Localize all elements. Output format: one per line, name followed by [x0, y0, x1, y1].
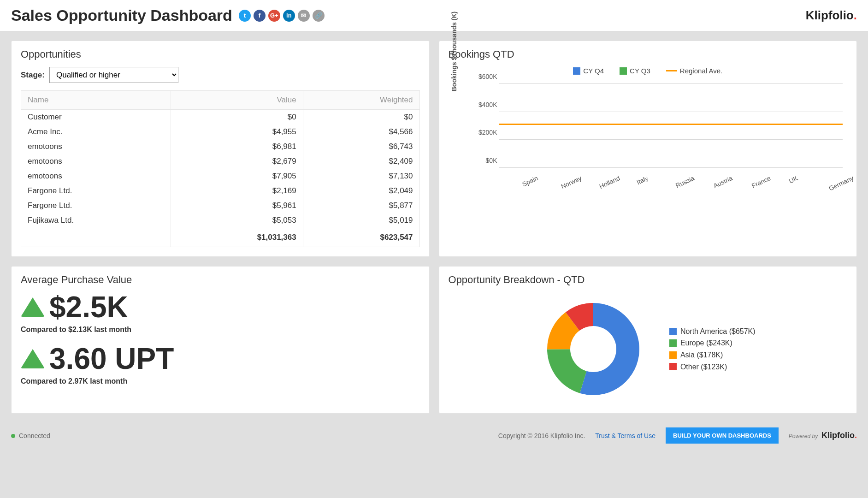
cell-value: $2,169: [171, 184, 303, 198]
table-row[interactable]: Acme Inc.$4,955$4,566: [21, 125, 420, 139]
col-value[interactable]: Value: [171, 91, 303, 110]
copyright: Copyright © 2016 Klipfolio Inc.: [498, 432, 585, 439]
twitter-icon[interactable]: t: [239, 10, 251, 22]
legend-label: Europe ($243K): [680, 337, 732, 349]
y-tick: $0K: [474, 157, 497, 164]
cell-weighted: $4,566: [303, 125, 419, 139]
donut-legend-item[interactable]: North America ($657K): [669, 326, 756, 338]
cell-weighted: $6,743: [303, 139, 419, 154]
legend-py: CY Q3: [620, 67, 650, 75]
gridline: [499, 83, 843, 84]
stage-label: Stage:: [21, 71, 45, 80]
connection-dot-icon: [11, 434, 15, 438]
x-label: Germany: [827, 174, 855, 192]
x-label: UK: [788, 174, 799, 185]
breakdown-card: Opportunity Breakdown - QTD North Americ…: [439, 266, 857, 414]
terms-link[interactable]: Trust & Terms of Use: [595, 432, 655, 439]
table-row[interactable]: Fujikawa Ltd.$5,053$5,019: [21, 213, 420, 228]
table-row[interactable]: Fargone Ltd.$5,961$5,877: [21, 198, 420, 213]
breakdown-title: Opportunity Breakdown - QTD: [449, 274, 848, 286]
cell-value: $5,053: [171, 213, 303, 228]
y-axis-title: Bookings $Thousands (K): [450, 12, 458, 91]
cell-value: $7,905: [171, 169, 303, 184]
x-label: France: [750, 174, 772, 190]
donut-legend-item[interactable]: Europe ($243K): [669, 337, 756, 349]
bookings-chart: Bookings $Thousands (K) $0K$200K$400K$60…: [474, 78, 848, 184]
facebook-icon[interactable]: f: [254, 10, 266, 22]
apv-kpi2-value: 3.60 UPT: [49, 344, 174, 374]
trend-up-icon: [21, 297, 45, 317]
y-tick: $200K: [474, 129, 497, 136]
bookings-title: Bookings QTD: [449, 48, 848, 60]
cell-name: Fargone Ltd.: [21, 184, 171, 198]
bookings-legend: CY Q4 CY Q3 Regional Ave.: [449, 67, 848, 75]
regional-avg-line: [499, 124, 843, 125]
cell-name: Acme Inc.: [21, 125, 171, 139]
bookings-card: Bookings QTD CY Q4 CY Q3 Regional Ave. B…: [439, 41, 857, 257]
apv-kpi1-caption: Compared to $2.13K last month: [21, 326, 420, 334]
cell-weighted: $7,130: [303, 169, 419, 184]
legend-cy: CY Q4: [573, 67, 604, 75]
share-icons: tfG+in✉🔗: [239, 10, 325, 22]
col-weighted[interactable]: Weighted: [303, 91, 419, 110]
title-area: Sales Opportunity Dashboard tfG+in✉🔗: [11, 6, 325, 24]
cell-weighted: $0: [303, 110, 419, 125]
cell-name: emotoons: [21, 139, 171, 154]
email-icon[interactable]: ✉: [298, 10, 310, 22]
cell-name: emotoons: [21, 169, 171, 184]
cell-name: Fargone Ltd.: [21, 198, 171, 213]
footer-brand-logo: Klipfolio.: [821, 431, 857, 440]
table-row[interactable]: emotoons$7,905$7,130: [21, 169, 420, 184]
cell-name: emotoons: [21, 154, 171, 169]
col-name[interactable]: Name: [21, 91, 171, 110]
opportunities-tbody: Customer$0$0Acme Inc.$4,955$4,566emotoon…: [21, 110, 420, 228]
legend-swatch-icon: [669, 328, 677, 335]
opportunities-card: Opportunities Stage: Qualified or higher…: [11, 41, 430, 257]
footer: Connected Copyright © 2016 Klipfolio Inc…: [0, 422, 868, 449]
donut-slice[interactable]: [547, 349, 586, 393]
donut-wrap: North America ($657K)Europe ($243K)Asia …: [449, 292, 848, 404]
table-row[interactable]: emotoons$2,679$2,409: [21, 154, 420, 169]
cell-name: Customer: [21, 110, 171, 125]
swatch-avg-icon: [666, 70, 677, 71]
legend-swatch-icon: [669, 363, 677, 370]
total-value: $1,031,363: [171, 228, 303, 247]
table-row[interactable]: emotoons$6,981$6,743: [21, 139, 420, 154]
opportunities-thead: Name Value Weighted: [21, 91, 420, 110]
cell-value: $0: [171, 110, 303, 125]
donut-legend-item[interactable]: Asia ($178K): [669, 349, 756, 361]
swatch-py-icon: [620, 67, 627, 75]
swatch-cy-icon: [573, 67, 580, 75]
linkedin-icon[interactable]: in: [283, 10, 295, 22]
cell-weighted: $2,049: [303, 184, 419, 198]
brand-dot-icon: .: [854, 8, 857, 22]
table-row[interactable]: Customer$0$0: [21, 110, 420, 125]
stage-select[interactable]: Qualified or higher: [49, 67, 178, 83]
donut-legend: North America ($657K)Europe ($243K)Asia …: [669, 326, 756, 373]
legend-avg: Regional Ave.: [666, 67, 722, 75]
apv-kpi1-value: $2.5K: [49, 292, 128, 322]
powered-by: Powered by Klipfolio.: [789, 431, 857, 440]
cell-weighted: $5,877: [303, 198, 419, 213]
stage-filter: Stage: Qualified or higher: [21, 67, 420, 83]
footer-right: Copyright © 2016 Klipfolio Inc. Trust & …: [498, 427, 857, 444]
donut-legend-item[interactable]: Other ($123K): [669, 361, 756, 373]
x-label: Holland: [598, 174, 621, 190]
x-label: Russia: [674, 174, 696, 190]
cell-value: $4,955: [171, 125, 303, 139]
brand-logo: Klipfolio.: [806, 8, 857, 23]
googleplus-icon[interactable]: G+: [268, 10, 280, 22]
x-label: Norway: [560, 174, 583, 190]
legend-label: Other ($123K): [680, 361, 727, 373]
x-label: Austria: [712, 174, 733, 190]
cta-button[interactable]: BUILD YOUR OWN DASHBOARDS: [666, 427, 779, 444]
table-row[interactable]: Fargone Ltd.$2,169$2,049: [21, 184, 420, 198]
y-tick: $600K: [474, 73, 497, 80]
opportunities-title: Opportunities: [21, 48, 420, 60]
opportunities-tfoot: $1,031,363 $623,547: [21, 228, 420, 247]
legend-swatch-icon: [669, 339, 677, 347]
x-label: Spain: [521, 174, 539, 188]
link-icon[interactable]: 🔗: [313, 10, 325, 22]
brand-text: Klipfolio: [806, 8, 854, 22]
apv-kpi2-caption: Compared to 2.97K last month: [21, 377, 420, 385]
